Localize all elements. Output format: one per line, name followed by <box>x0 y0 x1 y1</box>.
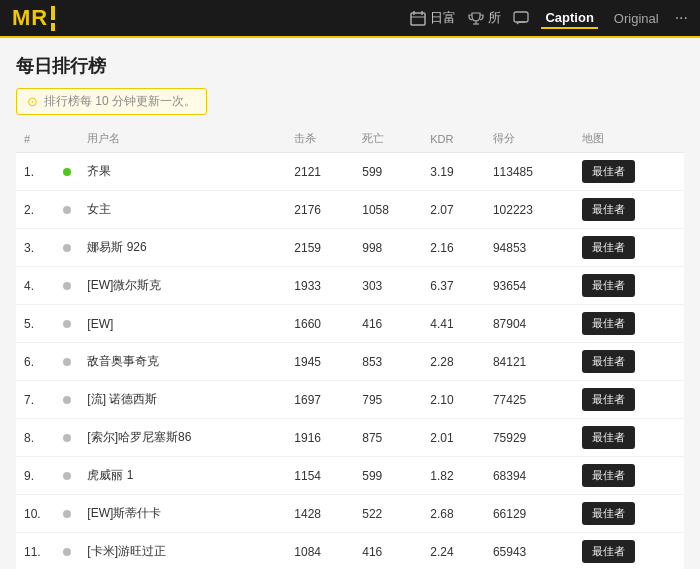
status-dot <box>63 434 71 442</box>
status-cell <box>55 305 79 343</box>
kdr-cell: 2.24 <box>422 533 485 570</box>
header-right: 日富 所 Caption Original ··· <box>410 8 688 29</box>
kdr-cell: 2.10 <box>422 381 485 419</box>
username-cell: [EW]微尔斯克 <box>79 267 286 305</box>
deaths-cell: 853 <box>354 343 422 381</box>
score-cell: 93654 <box>485 267 574 305</box>
status-dot <box>63 320 71 328</box>
username-cell: 娜易斯 926 <box>79 229 286 267</box>
score-cell: 87904 <box>485 305 574 343</box>
status-cell <box>55 495 79 533</box>
action-button[interactable]: 最佳者 <box>582 426 635 449</box>
table-row: 8. [索尔]哈罗尼塞斯86 1916 875 2.01 75929 最佳者 <box>16 419 684 457</box>
kills-cell: 2159 <box>286 229 354 267</box>
deaths-cell: 875 <box>354 419 422 457</box>
status-dot <box>63 548 71 556</box>
status-cell <box>55 191 79 229</box>
logo-bar-1 <box>51 6 55 20</box>
deaths-cell: 998 <box>354 229 422 267</box>
score-cell: 66129 <box>485 495 574 533</box>
kills-cell: 2121 <box>286 153 354 191</box>
deaths-cell: 522 <box>354 495 422 533</box>
refresh-notice: ⊙ 排行榜每 10 分钟更新一次。 <box>16 88 207 115</box>
kdr-cell: 6.37 <box>422 267 485 305</box>
action-button[interactable]: 最佳者 <box>582 388 635 411</box>
deaths-cell: 599 <box>354 153 422 191</box>
action-cell: 最佳者 <box>574 267 684 305</box>
action-button[interactable]: 最佳者 <box>582 540 635 563</box>
username-cell: [索尔]哈罗尼塞斯86 <box>79 419 286 457</box>
rank-cell: 11. <box>16 533 55 570</box>
kdr-cell: 2.07 <box>422 191 485 229</box>
col-score: 得分 <box>485 125 574 153</box>
kills-cell: 1084 <box>286 533 354 570</box>
username-cell: [EW]斯蒂什卡 <box>79 495 286 533</box>
action-cell: 最佳者 <box>574 305 684 343</box>
deaths-cell: 416 <box>354 533 422 570</box>
action-button[interactable]: 最佳者 <box>582 350 635 373</box>
col-action: 地图 <box>574 125 684 153</box>
status-cell <box>55 533 79 570</box>
calendar-nav[interactable]: 日富 <box>410 9 456 27</box>
action-button[interactable]: 最佳者 <box>582 464 635 487</box>
status-cell <box>55 381 79 419</box>
more-menu[interactable]: ··· <box>675 9 688 27</box>
username-cell: 敌音奥事奇克 <box>79 343 286 381</box>
score-cell: 113485 <box>485 153 574 191</box>
svg-rect-6 <box>514 12 528 22</box>
table-row: 3. 娜易斯 926 2159 998 2.16 94853 最佳者 <box>16 229 684 267</box>
logo-bars <box>51 6 55 31</box>
rank-cell: 8. <box>16 419 55 457</box>
kdr-cell: 1.82 <box>422 457 485 495</box>
table-row: 6. 敌音奥事奇克 1945 853 2.28 84121 最佳者 <box>16 343 684 381</box>
status-cell <box>55 229 79 267</box>
logo-text: MR <box>12 7 48 29</box>
action-cell: 最佳者 <box>574 419 684 457</box>
action-cell: 最佳者 <box>574 343 684 381</box>
action-button[interactable]: 最佳者 <box>582 502 635 525</box>
score-cell: 75929 <box>485 419 574 457</box>
refresh-text: 排行榜每 10 分钟更新一次。 <box>44 93 196 110</box>
table-row: 4. [EW]微尔斯克 1933 303 6.37 93654 最佳者 <box>16 267 684 305</box>
table-header: # 用户名 击杀 死亡 KDR 得分 地图 <box>16 125 684 153</box>
status-dot <box>63 358 71 366</box>
chat-icon-btn[interactable] <box>513 10 529 26</box>
kills-cell: 1660 <box>286 305 354 343</box>
rank-cell: 3. <box>16 229 55 267</box>
action-cell: 最佳者 <box>574 191 684 229</box>
action-button[interactable]: 最佳者 <box>582 198 635 221</box>
table-body: 1. 齐果 2121 599 3.19 113485 最佳者 2. 女主 217… <box>16 153 684 570</box>
col-kills: 击杀 <box>286 125 354 153</box>
table-row: 5. [EW] 1660 416 4.41 87904 最佳者 <box>16 305 684 343</box>
status-dot <box>63 472 71 480</box>
action-button[interactable]: 最佳者 <box>582 274 635 297</box>
rank-cell: 5. <box>16 305 55 343</box>
score-cell: 77425 <box>485 381 574 419</box>
tab-caption[interactable]: Caption <box>541 8 597 29</box>
deaths-cell: 1058 <box>354 191 422 229</box>
logo: MR <box>12 6 55 31</box>
kdr-cell: 2.16 <box>422 229 485 267</box>
status-dot <box>63 206 71 214</box>
action-button[interactable]: 最佳者 <box>582 236 635 259</box>
action-cell: 最佳者 <box>574 381 684 419</box>
table-row: 10. [EW]斯蒂什卡 1428 522 2.68 66129 最佳者 <box>16 495 684 533</box>
kills-cell: 1945 <box>286 343 354 381</box>
action-cell: 最佳者 <box>574 229 684 267</box>
tab-original[interactable]: Original <box>610 9 663 28</box>
status-cell <box>55 153 79 191</box>
action-button[interactable]: 最佳者 <box>582 160 635 183</box>
calendar-icon <box>410 10 426 26</box>
kdr-cell: 4.41 <box>422 305 485 343</box>
col-deaths: 死亡 <box>354 125 422 153</box>
username-cell: [流] 诺德西斯 <box>79 381 286 419</box>
deaths-cell: 416 <box>354 305 422 343</box>
status-dot <box>63 282 71 290</box>
rank-cell: 7. <box>16 381 55 419</box>
trophy-nav[interactable]: 所 <box>468 9 501 27</box>
action-button[interactable]: 最佳者 <box>582 312 635 335</box>
deaths-cell: 599 <box>354 457 422 495</box>
rank-cell: 9. <box>16 457 55 495</box>
status-cell <box>55 457 79 495</box>
col-kdr: KDR <box>422 125 485 153</box>
